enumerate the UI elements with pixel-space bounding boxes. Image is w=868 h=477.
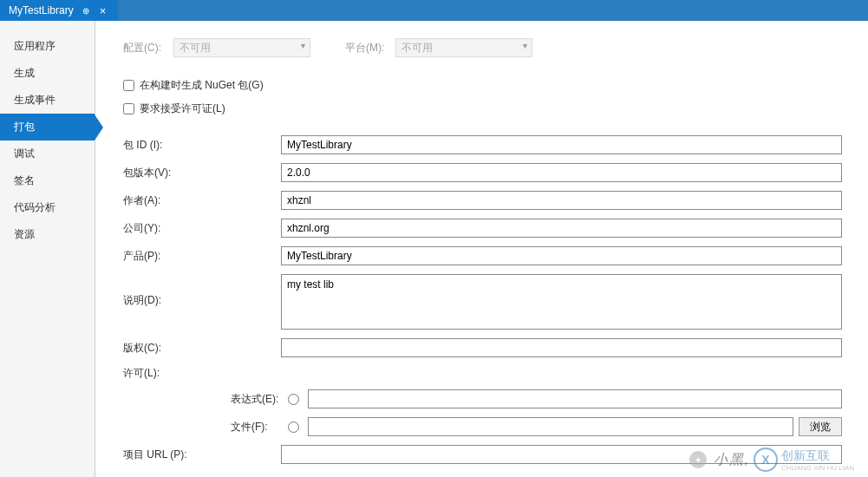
brand-name: 创新互联 [781, 448, 830, 462]
platform-label: 平台(M): [345, 41, 387, 56]
license-label: 许可(L): [120, 366, 281, 381]
tab-title: MyTestLibrary [9, 4, 74, 16]
main-panel: 配置(C): 不可用 平台(M): 不可用 在构建时生成 NuGet 包(G) [95, 21, 868, 477]
brand-logo-icon: X [754, 448, 778, 472]
expression-radio[interactable] [288, 394, 299, 405]
sidebar-item-signing[interactable]: 签名 [0, 167, 95, 194]
project-url-label: 项目 URL (P): [120, 448, 281, 462]
sidebar-item-package[interactable]: 打包 [0, 114, 95, 140]
close-icon[interactable]: × [96, 4, 110, 17]
sidebar-item-resources[interactable]: 资源 [0, 221, 95, 248]
expression-label: 表达式(E): [120, 392, 281, 407]
authors-label: 作者(A): [120, 193, 281, 208]
config-platform-row: 配置(C): 不可用 平台(M): 不可用 [120, 38, 842, 57]
package-version-label: 包版本(V): [120, 166, 281, 180]
description-textarea[interactable] [281, 274, 842, 330]
company-input[interactable] [281, 219, 842, 238]
watermark-text: 小黑, [714, 451, 750, 469]
authors-input[interactable] [281, 191, 842, 210]
copyright-label: 版权(C): [120, 341, 281, 356]
wechat-icon: ✦ [689, 451, 707, 468]
package-id-input[interactable] [281, 135, 842, 154]
expression-input[interactable] [308, 389, 842, 408]
sidebar-item-build-events[interactable]: 生成事件 [0, 87, 95, 114]
description-label: 说明(D): [120, 274, 281, 308]
properties-sidebar: 应用程序 生成 生成事件 打包 调试 签名 代码分析 资源 [0, 21, 95, 477]
sidebar-item-debug[interactable]: 调试 [0, 140, 95, 167]
platform-select[interactable]: 不可用 [395, 38, 532, 57]
watermark: ✦ 小黑, X 创新互联 CHUANG XIN HU LIAN [689, 448, 854, 472]
browse-button[interactable]: 浏览 [799, 417, 842, 436]
brand-sub: CHUANG XIN HU LIAN [781, 464, 854, 472]
file-input[interactable] [308, 417, 793, 436]
generate-nuget-label: 在构建时生成 NuGet 包(G) [140, 78, 264, 93]
sidebar-item-application[interactable]: 应用程序 [0, 33, 95, 60]
product-label: 产品(P): [120, 249, 281, 264]
company-label: 公司(Y): [120, 221, 281, 236]
pin-icon[interactable]: ⊕ [82, 6, 89, 16]
package-version-input[interactable] [281, 163, 842, 182]
configuration-select[interactable]: 不可用 [173, 38, 310, 57]
sidebar-item-code-analysis[interactable]: 代码分析 [0, 194, 95, 221]
require-license-checkbox[interactable] [123, 103, 134, 114]
require-license-label: 要求接受许可证(L) [140, 101, 225, 116]
generate-nuget-checkbox[interactable] [123, 80, 134, 91]
sidebar-item-build[interactable]: 生成 [0, 60, 95, 87]
file-radio[interactable] [288, 421, 299, 433]
document-tab[interactable]: MyTestLibrary ⊕ × [0, 0, 118, 21]
product-input[interactable] [281, 246, 842, 265]
tab-bar: MyTestLibrary ⊕ × [0, 0, 868, 21]
copyright-input[interactable] [281, 338, 842, 357]
package-id-label: 包 ID (I): [120, 138, 281, 153]
configuration-label: 配置(C): [123, 41, 165, 56]
file-label: 文件(F): [120, 420, 281, 435]
